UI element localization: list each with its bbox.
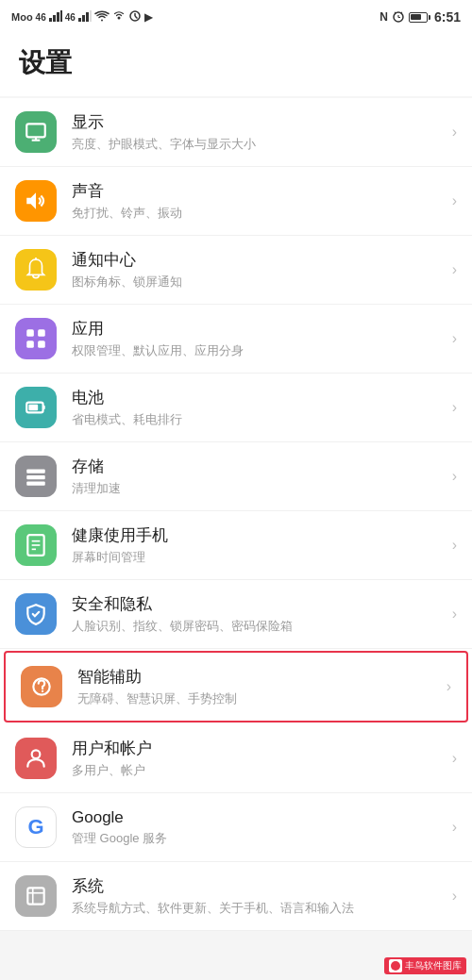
watermark-text: 丰鸟软件图库 [405, 959, 462, 972]
health-icon [15, 524, 57, 566]
google-text: Google管理 Google 服务 [72, 808, 445, 847]
system-text: 系统系统导航方式、软件更新、关于手机、语言和输入法 [72, 875, 445, 917]
signal-bars [49, 10, 62, 24]
sound-icon [15, 180, 57, 222]
security-text: 安全和隐私人脸识别、指纹、锁屏密码、密码保险箱 [72, 593, 445, 635]
storage-title: 存储 [72, 456, 445, 477]
system-icon [15, 875, 57, 917]
account-icon [15, 738, 57, 779]
settings-item-security[interactable]: 安全和隐私人脸识别、指纹、锁屏密码、密码保险箱› [0, 580, 472, 649]
wifi-icon [94, 10, 110, 24]
settings-item-battery[interactable]: 电池省电模式、耗电排行› [0, 374, 472, 442]
battery-indicator [409, 12, 430, 23]
display-icon [15, 111, 57, 153]
apps-chevron: › [452, 330, 457, 347]
system-title: 系统 [72, 875, 445, 897]
hotspot-icon [112, 9, 126, 25]
security-chevron: › [452, 606, 457, 623]
display-subtitle: 亮度、护眼模式、字体与显示大小 [72, 136, 445, 153]
assist-subtitle: 无障碍、智慧识屏、手势控制 [77, 690, 439, 707]
network-4g1: 46 [36, 12, 46, 23]
svg-rect-6 [86, 12, 89, 22]
svg-rect-31 [26, 481, 45, 485]
account-text: 用户和帐户多用户、帐户 [72, 738, 445, 779]
svg-rect-29 [26, 469, 45, 473]
svg-point-37 [42, 690, 43, 692]
svg-point-38 [32, 750, 41, 758]
svg-rect-1 [53, 15, 56, 22]
security-title: 安全和隐私 [72, 593, 445, 615]
assist-chevron: › [447, 678, 451, 695]
network-4g2: 46 [65, 12, 76, 23]
svg-line-15 [395, 12, 396, 13]
svg-rect-23 [38, 329, 45, 337]
notification-text: 通知中心图标角标、锁屏通知 [72, 249, 445, 291]
settings-item-health[interactable]: 健康使用手机屏幕时间管理› [0, 511, 472, 580]
google-title: Google [72, 808, 445, 827]
google-chevron: › [452, 819, 457, 836]
svg-point-8 [117, 17, 120, 20]
svg-rect-2 [57, 12, 59, 22]
carrier-label: Moo [11, 11, 33, 23]
status-left: Moo 46 46 [11, 9, 152, 25]
health-text: 健康使用手机屏幕时间管理 [72, 524, 445, 566]
svg-rect-5 [82, 15, 85, 22]
settings-item-system[interactable]: 系统系统导航方式、软件更新、关于手机、语言和输入法› [0, 862, 472, 931]
sound-title: 声音 [72, 180, 445, 202]
display-title: 显示 [72, 111, 445, 133]
settings-item-storage[interactable]: 存储清理加速› [0, 442, 472, 511]
security-icon [15, 593, 57, 635]
settings-item-assist[interactable]: 智能辅助无障碍、智慧识屏、手势控制› [4, 651, 468, 723]
settings-item-google[interactable]: GGoogle管理 Google 服务› [0, 793, 472, 862]
svg-rect-22 [26, 329, 34, 337]
settings-item-notification[interactable]: 通知中心图标角标、锁屏通知› [0, 236, 472, 305]
display-chevron: › [452, 124, 457, 141]
google-icon: G [15, 806, 57, 848]
svg-rect-25 [38, 341, 45, 348]
storage-chevron: › [452, 468, 457, 485]
apps-icon [15, 318, 57, 359]
svg-rect-4 [78, 18, 81, 22]
settings-item-apps[interactable]: 应用权限管理、默认应用、应用分身› [0, 305, 472, 374]
extra-icon1 [128, 9, 142, 25]
health-title: 健康使用手机 [72, 524, 445, 546]
svg-rect-27 [43, 406, 45, 409]
signal-bars2 [78, 10, 92, 24]
sound-subtitle: 免打扰、铃声、振动 [72, 205, 445, 222]
account-chevron: › [452, 750, 457, 767]
svg-rect-30 [26, 475, 45, 479]
settings-item-account[interactable]: 用户和帐户多用户、帐户› [0, 724, 472, 793]
system-subtitle: 系统导航方式、软件更新、关于手机、语言和输入法 [72, 900, 445, 917]
battery-icon [15, 387, 57, 428]
svg-rect-3 [60, 10, 62, 22]
notification-subtitle: 图标角标、锁屏通知 [72, 274, 445, 291]
health-subtitle: 屏幕时间管理 [72, 549, 445, 566]
battery-text: 电池省电模式、耗电排行 [72, 387, 445, 428]
time-label: 6:51 [434, 9, 461, 25]
apps-text: 应用权限管理、默认应用、应用分身 [72, 318, 445, 359]
assist-icon [21, 666, 62, 707]
watermark-logo [389, 959, 402, 972]
nfc-icon: N [379, 10, 388, 24]
assist-text: 智能辅助无障碍、智慧识屏、手势控制 [77, 666, 439, 707]
battery-chevron: › [452, 399, 457, 416]
settings-item-sound[interactable]: 声音免打扰、铃声、振动› [0, 167, 472, 236]
display-text: 显示亮度、护眼模式、字体与显示大小 [72, 111, 445, 153]
svg-rect-17 [26, 124, 45, 137]
account-title: 用户和帐户 [72, 738, 445, 759]
settings-item-display[interactable]: 显示亮度、护眼模式、字体与显示大小› [0, 98, 472, 167]
settings-list: 显示亮度、护眼模式、字体与显示大小›声音免打扰、铃声、振动›通知中心图标角标、锁… [0, 98, 472, 931]
notification-chevron: › [452, 261, 457, 278]
alarm-icon [392, 9, 405, 25]
assist-title: 智能辅助 [77, 666, 439, 688]
battery-subtitle: 省电模式、耗电排行 [72, 411, 445, 428]
apps-subtitle: 权限管理、默认应用、应用分身 [72, 342, 445, 359]
apps-title: 应用 [72, 318, 445, 340]
battery-title: 电池 [72, 387, 445, 408]
storage-icon [15, 456, 57, 497]
account-subtitle: 多用户、帐户 [72, 762, 445, 779]
svg-rect-28 [28, 405, 38, 411]
page-title: 设置 [0, 34, 472, 96]
svg-rect-7 [90, 10, 92, 22]
status-right: N 6:51 [379, 9, 461, 25]
